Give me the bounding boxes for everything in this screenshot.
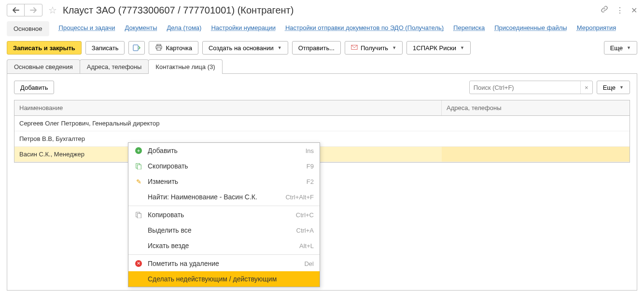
menu-shortcut: Ctrl+A xyxy=(296,227,314,234)
menu-label: Выделить все xyxy=(148,226,292,234)
receive-button[interactable]: Получить ▼ xyxy=(345,41,403,55)
add-icon: + xyxy=(134,146,143,155)
delete-icon: ✕ xyxy=(134,259,143,268)
sub-tab-0[interactable]: Основные сведения xyxy=(7,59,80,74)
sub-tab-2[interactable]: Контактные лица (3) xyxy=(148,59,222,74)
list-more-button[interactable]: Еще ▼ xyxy=(597,81,630,94)
back-button[interactable] xyxy=(7,4,25,16)
close-icon[interactable]: ✕ xyxy=(631,6,637,15)
svg-rect-2 xyxy=(157,44,161,46)
blank-icon xyxy=(134,226,143,235)
menu-label: Сделать недействующим / действующим xyxy=(148,275,309,283)
page-title: Клауст ЗАО (7773300607 / 777701001) (Кон… xyxy=(63,5,597,16)
svg-rect-8 xyxy=(137,213,141,218)
chevron-down-icon: ▼ xyxy=(627,45,631,50)
duplicate-icon xyxy=(134,162,143,170)
create-based-label: Создать на основании xyxy=(209,44,274,52)
nav-tab-1[interactable]: Процессы и задачи xyxy=(59,21,115,36)
chevron-down-icon: ▼ xyxy=(278,45,282,50)
nav-tab-7[interactable]: Присоединенные файлы xyxy=(494,21,567,36)
main-toolbar: Записать и закрыть Записать Карточка Соз… xyxy=(0,40,644,59)
printer-icon xyxy=(155,44,163,52)
menu-shortcut: Ctrl+C xyxy=(296,211,314,219)
menu-separator xyxy=(128,206,320,206)
menu-shortcut: Alt+L xyxy=(299,242,314,250)
nav-tab-8[interactable]: Мероприятия xyxy=(577,21,616,36)
nav-tab-2[interactable]: Документы xyxy=(125,21,157,36)
favorite-icon[interactable]: ☆ xyxy=(46,4,59,16)
list-toolbar: Добавить × Еще ▼ xyxy=(14,81,630,94)
search-input[interactable] xyxy=(470,82,580,93)
contacts-table: Наименование Адреса, телефоны Сергеев Ол… xyxy=(14,100,630,163)
section-nav: ОсновноеПроцессы и задачиДокументыДела (… xyxy=(0,19,644,40)
menu-item[interactable]: ✎ИзменитьF2 xyxy=(128,174,320,189)
nav-tab-0[interactable]: Основное xyxy=(7,21,49,36)
table-row[interactable]: Петров В.В, Бухгалтер xyxy=(14,131,630,147)
save-button[interactable]: Записать xyxy=(85,41,125,55)
menu-item[interactable]: Найти: Наименование - Васин С.К.Ctrl+Alt… xyxy=(128,189,320,205)
send-button[interactable]: Отправить... xyxy=(292,41,341,55)
blank-icon xyxy=(134,193,143,201)
clear-search-icon[interactable]: × xyxy=(580,81,592,94)
cell-addr xyxy=(442,116,630,131)
menu-shortcut: Del xyxy=(304,260,314,267)
menu-shortcut: F9 xyxy=(307,163,314,170)
nav-tab-3[interactable]: Дела (тома) xyxy=(167,21,202,36)
more-button[interactable]: Еще ▼ xyxy=(604,41,637,55)
nav-tab-6[interactable]: Переписка xyxy=(453,21,485,36)
menu-shortcut: Ins xyxy=(306,147,314,154)
add-button[interactable]: Добавить xyxy=(14,81,54,94)
copy-icon xyxy=(134,210,143,219)
table-row[interactable]: Сергеев Олег Петрович, Генеральный дирек… xyxy=(14,116,630,131)
sub-tab-1[interactable]: Адреса, телефоны xyxy=(80,59,149,74)
forward-button[interactable] xyxy=(25,4,42,16)
nav-tab-4[interactable]: Настройки нумерации xyxy=(211,21,276,36)
attach-button[interactable] xyxy=(128,41,145,55)
blank-icon xyxy=(134,275,143,283)
menu-item[interactable]: ✕Пометить на удалениеDel xyxy=(128,256,320,271)
menu-label: Пометить на удаление xyxy=(148,260,299,267)
context-menu: +ДобавитьInsСкопироватьF9✎ИзменитьF2Найт… xyxy=(128,142,320,287)
menu-separator xyxy=(128,254,320,255)
menu-item[interactable]: СкопироватьF9 xyxy=(128,158,320,174)
menu-label: Добавить xyxy=(148,147,301,154)
col-name[interactable]: Наименование xyxy=(14,100,442,115)
nav-tab-5[interactable]: Настройки отправки документов по ЭДО (По… xyxy=(285,21,444,36)
receive-label: Получить xyxy=(361,44,388,52)
create-based-button[interactable]: Создать на основании ▼ xyxy=(202,41,288,55)
table-head: Наименование Адреса, телефоны xyxy=(14,100,630,116)
chevron-down-icon: ▼ xyxy=(460,45,464,50)
menu-label: Искать везде xyxy=(148,242,294,250)
table-body: Сергеев Олег Петрович, Генеральный дирек… xyxy=(14,116,630,162)
svg-rect-6 xyxy=(137,165,141,169)
cell-name: Сергеев Олег Петрович, Генеральный дирек… xyxy=(14,116,442,131)
menu-item[interactable]: Искать вездеAlt+L xyxy=(128,238,320,253)
svg-rect-3 xyxy=(157,48,161,50)
more-icon[interactable]: ⋮ xyxy=(616,6,623,15)
blank-icon xyxy=(134,241,143,250)
menu-label: Копировать xyxy=(148,211,291,219)
col-addr[interactable]: Адреса, телефоны xyxy=(442,100,630,115)
menu-label: Найти: Наименование - Васин С.К. xyxy=(148,193,280,201)
edit-icon: ✎ xyxy=(134,177,143,186)
sub-tabs: Основные сведенияАдреса, телефоныКонтакт… xyxy=(7,59,637,74)
nav-history xyxy=(7,4,42,16)
menu-item[interactable]: +ДобавитьIns xyxy=(128,143,320,158)
card-button[interactable]: Карточка xyxy=(149,41,198,55)
table-row[interactable]: Васин С.К., Менеджер xyxy=(14,147,630,162)
content-pane: Добавить × Еще ▼ Наименование Адреса, те… xyxy=(7,73,637,291)
title-actions: ⋮ ✕ xyxy=(601,5,637,15)
chevron-down-icon: ▼ xyxy=(619,85,624,90)
menu-item[interactable]: Сделать недействующим / действующим xyxy=(128,271,320,287)
receive-icon xyxy=(351,44,358,52)
card-button-label: Карточка xyxy=(166,44,192,52)
list-more-label: Еще xyxy=(603,84,616,91)
menu-shortcut: F2 xyxy=(307,178,314,185)
link-icon[interactable] xyxy=(601,5,608,15)
menu-label: Изменить xyxy=(148,178,302,185)
menu-item[interactable]: КопироватьCtrl+C xyxy=(128,207,320,222)
spark-button[interactable]: 1СПАРК Риски ▼ xyxy=(406,41,471,55)
menu-label: Скопировать xyxy=(148,162,302,170)
save-close-button[interactable]: Записать и закрыть xyxy=(7,41,82,55)
menu-item[interactable]: Выделить всеCtrl+A xyxy=(128,222,320,238)
